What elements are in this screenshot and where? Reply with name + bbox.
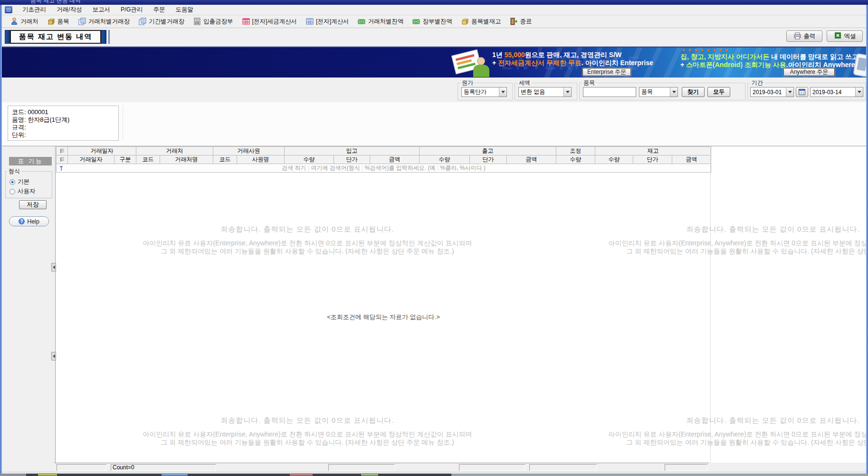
question-icon: ? xyxy=(19,218,25,224)
grid-col-employee-code[interactable]: 코드 xyxy=(213,155,237,164)
grid-col-out-qty[interactable]: 수량 xyxy=(420,155,470,164)
grid-col-employee-name[interactable]: 사원명 xyxy=(237,155,285,164)
menu-item-pg-management[interactable]: P/G관리 xyxy=(115,5,148,15)
watermark-block: 죄송합니다. 출력되는 모든 값이 0으로 표시됩니다. 아이인리치 유료 사용… xyxy=(562,225,866,255)
save-button[interactable]: 저장 xyxy=(19,200,47,209)
money-icon xyxy=(357,17,366,26)
item-info-box: 코드: 000001 품명: 한자8급(1단계) 규격: 단위: xyxy=(8,106,119,141)
find-button[interactable]: 찾기 xyxy=(682,87,705,97)
window-border-left xyxy=(0,5,2,474)
grid-group-adjust[interactable]: 조정 xyxy=(556,147,595,155)
format-group-label: 형식 xyxy=(7,167,21,175)
print-button[interactable]: 출력 xyxy=(786,30,822,42)
toolbar-item-customer-balance[interactable]: 거래처별잔액 xyxy=(353,16,408,27)
item-spec: 규격: xyxy=(12,124,114,131)
toolbar: 거래처 품목 거래처별거래장 기간별거래장 입출금장부 [전자]세금계산서 [전… xyxy=(2,15,866,28)
toolbar-item-e-tax-invoice[interactable]: [전자]세금계산서 xyxy=(238,16,301,27)
all-button[interactable]: 모두 xyxy=(707,87,730,97)
grid-col-in-amount[interactable]: 금액 xyxy=(370,155,420,164)
menu-item-order[interactable]: 주문 xyxy=(148,5,171,15)
toolbar-item-cash-book[interactable]: 입출금장부 xyxy=(189,16,238,27)
grid-col-adjust-qty[interactable]: 수량 xyxy=(556,155,595,164)
empty-result-message: <조회조건에 해당되는 자료가 없습니다.> xyxy=(56,313,711,321)
calendar-icon xyxy=(799,89,805,95)
radio-selected-icon xyxy=(10,179,15,185)
toolbar-item-e-invoice[interactable]: [전자]계산서 xyxy=(301,16,353,27)
excel-button[interactable]: 엑셀 xyxy=(827,30,863,42)
toolbar-label: 품목 xyxy=(57,18,69,26)
cost-group-label: 원가 xyxy=(460,79,475,87)
sidebar: 표 기능 형식 기본 사용자 저장 ? Help xyxy=(2,146,56,463)
tax-select[interactable]: 변환 없음 xyxy=(518,87,572,97)
page-title: 품목 재고 변동 내역 xyxy=(10,30,101,44)
toolbar-item-exit[interactable]: 종료 xyxy=(505,16,536,27)
toolbar-item-item-stock[interactable]: 품목별재고 xyxy=(457,16,506,27)
menu-item-help[interactable]: 도움말 xyxy=(171,5,199,15)
grid-col-stock-qty[interactable]: 수량 xyxy=(595,155,633,164)
grid-col-out-amount[interactable]: 금액 xyxy=(507,155,556,164)
grid-group-inbound[interactable]: 입고 xyxy=(285,147,420,155)
period-filter-group: 기간 2019-03-01 2019-03-14 xyxy=(747,83,866,100)
grid-col-in-price[interactable]: 단가 xyxy=(334,155,370,164)
menu-item-report[interactable]: 보고서 xyxy=(87,5,115,15)
window-border-right xyxy=(866,5,868,474)
splitter-collapse-button[interactable] xyxy=(51,263,56,272)
toolbar-item-customer-ledger[interactable]: 거래처별거래장 xyxy=(74,16,134,27)
grid-search-row[interactable]: 검색 하기 : 여기에 검색어(형식 : %검색어)를 입력하세요. (예 : … xyxy=(57,164,711,173)
end-date-select[interactable]: 2019-03-14 xyxy=(810,87,863,97)
cost-filter-group: 원가 등록단가 xyxy=(458,83,513,100)
window-title: 품목 재고 변동 내역 xyxy=(30,0,81,5)
item-type-select[interactable]: 품목 xyxy=(639,87,678,97)
toolbar-label: 종료 xyxy=(520,18,532,26)
grid-group-stock[interactable]: 재고 xyxy=(595,147,711,155)
item-keyword-input[interactable] xyxy=(583,87,636,97)
calculator-icon xyxy=(193,17,201,26)
grid-col-stock-amount[interactable]: 금액 xyxy=(672,155,711,164)
format-option-basic[interactable]: 기본 xyxy=(10,178,29,186)
main-area: 표 기능 형식 기본 사용자 저장 ? Help xyxy=(2,146,866,463)
title-accent-bar xyxy=(5,30,10,44)
grid-col-type[interactable]: 구분 xyxy=(114,155,136,164)
grid-col-customer-name[interactable]: 거래처명 xyxy=(160,155,213,164)
start-date-value: 2019-03-01 xyxy=(751,89,786,96)
toolbar-item-book-balance[interactable]: 장부별잔액 xyxy=(408,16,457,27)
grid-col-date[interactable]: 거래일자 xyxy=(68,155,114,164)
anywhere-order-button[interactable]: Anywhere 주문 xyxy=(783,68,835,76)
filter-row: 원가 등록단가 세액 변환 없음 품목 품목 찾기 모두 기간 xyxy=(2,78,866,102)
grid-group-customer[interactable]: 거래처 xyxy=(136,147,213,155)
splitter-collapse-button[interactable] xyxy=(51,352,56,360)
grid-col-out-price[interactable]: 단가 xyxy=(470,155,507,164)
grid-group-outbound[interactable]: 출고 xyxy=(420,147,556,155)
watermark-block: 죄송합니다. 출력되는 모든 값이 0으로 표시됩니다. 아이인리치 유료 사용… xyxy=(562,416,866,447)
grid-col-in-qty[interactable]: 수량 xyxy=(285,155,334,164)
radio-unselected-icon xyxy=(10,189,15,194)
printer-icon xyxy=(793,31,801,41)
tax-filter-group: 세액 변환 없음 xyxy=(515,83,577,100)
grid-col-stock-price[interactable]: 단가 xyxy=(633,155,672,164)
menu-item-transaction[interactable]: 거래/작성 xyxy=(51,5,87,15)
toolbar-item-item[interactable]: 품목 xyxy=(43,16,74,27)
toolbar-item-period-ledger[interactable]: 기간별거래장 xyxy=(134,16,189,27)
grid-group-date[interactable]: 거래일자 xyxy=(68,147,136,155)
item-filter-group: 품목 품목 찾기 모두 xyxy=(579,83,745,100)
grid-group-employee[interactable]: 거래사원 xyxy=(213,147,285,155)
help-button[interactable]: ? Help xyxy=(9,216,49,226)
menu-item-basic-management[interactable]: 기초관리 xyxy=(17,5,51,15)
cost-select[interactable]: 등록단가 xyxy=(461,87,507,97)
title-accent-bar xyxy=(101,30,106,44)
anywhere-ad-text: 집, 창고, 지방지사 어디가서든 내 데이터를 맘대로 읽고 쓰고 + 스마트… xyxy=(680,53,866,69)
chevron-down-icon xyxy=(786,87,793,97)
item-type-value: 품목 xyxy=(639,88,670,96)
start-date-select[interactable]: 2019-03-01 xyxy=(750,87,794,97)
toolbar-item-customer[interactable]: 거래처 xyxy=(6,16,43,27)
status-count-cell: Count=0 xyxy=(111,464,216,471)
page-title-row: 품목 재고 변동 내역 출력 엑셀 xyxy=(2,28,866,47)
format-option-user[interactable]: 사용자 xyxy=(10,187,36,195)
item-unit: 단위: xyxy=(12,131,114,139)
calendar-button[interactable] xyxy=(796,87,808,97)
promo-banner: ENTERPRISE 1년 55,000원으로 판매, 재고, 경영관리 S/W… xyxy=(2,47,866,78)
window-titlebar: 품목 재고 변동 내역 xyxy=(0,0,868,5)
ledger-icon xyxy=(78,17,86,26)
grid-col-customer-code[interactable]: 코드 xyxy=(136,155,160,164)
enterprise-order-button[interactable]: Enterprise 주문 xyxy=(582,68,631,76)
